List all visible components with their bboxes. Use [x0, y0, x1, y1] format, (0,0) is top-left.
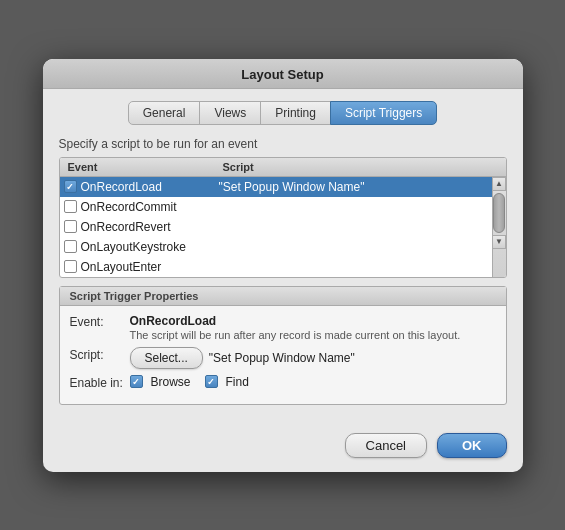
row-event-on-layout-enter: OnLayoutEnter: [60, 260, 215, 274]
dialog-footer: Cancel OK: [43, 425, 523, 472]
tab-script-triggers[interactable]: Script Triggers: [330, 101, 437, 125]
row-event-on-record-commit: OnRecordCommit: [60, 200, 215, 214]
row-script-on-record-load: "Set Popup Window Name": [215, 180, 492, 194]
events-table: Event Script OnRecordLoad "Set Popup Win…: [59, 157, 507, 278]
event-property-value: OnRecordLoad The script will be run afte…: [130, 314, 496, 341]
scrollbar-up-button[interactable]: ▲: [492, 177, 506, 191]
tab-general[interactable]: General: [128, 101, 201, 125]
tab-printing[interactable]: Printing: [260, 101, 331, 125]
checkbox-on-record-load[interactable]: [64, 180, 77, 193]
select-button[interactable]: Select...: [130, 347, 203, 369]
find-checkbox[interactable]: [205, 375, 218, 388]
table-scroll-area: OnRecordLoad "Set Popup Window Name" OnR…: [60, 177, 506, 277]
browse-enable-item: Browse: [130, 375, 191, 389]
script-name: "Set Popup Window Name": [209, 351, 355, 365]
tab-views[interactable]: Views: [199, 101, 261, 125]
script-property-value: Select... "Set Popup Window Name": [130, 347, 496, 369]
event-property-row: Event: OnRecordLoad The script will be r…: [70, 314, 496, 341]
script-row: Select... "Set Popup Window Name": [130, 347, 496, 369]
browse-checkbox[interactable]: [130, 375, 143, 388]
row-event-on-record-load: OnRecordLoad: [60, 180, 215, 194]
find-enable-item: Find: [205, 375, 249, 389]
table-row[interactable]: OnRecordCommit: [60, 197, 492, 217]
ok-button[interactable]: OK: [437, 433, 507, 458]
enable-property-label: Enable in:: [70, 375, 130, 390]
col-event-header: Event: [60, 158, 215, 176]
checkbox-on-layout-enter[interactable]: [64, 260, 77, 273]
enable-property-row: Enable in: Browse Find: [70, 375, 496, 390]
script-property-row: Script: Select... "Set Popup Window Name…: [70, 347, 496, 369]
dialog: Layout Setup General Views Printing Scri…: [43, 59, 523, 472]
row-event-on-record-revert: OnRecordRevert: [60, 220, 215, 234]
row-event-on-layout-keystroke: OnLayoutKeystroke: [60, 240, 215, 254]
table-row[interactable]: OnRecordLoad "Set Popup Window Name": [60, 177, 492, 197]
table-row[interactable]: OnLayoutKeystroke: [60, 237, 492, 257]
script-property-label: Script:: [70, 347, 130, 362]
table-row[interactable]: OnLayoutEnter: [60, 257, 492, 277]
table-rows: OnRecordLoad "Set Popup Window Name" OnR…: [60, 177, 492, 277]
event-description: The script will be run after any record …: [130, 329, 496, 341]
scrollbar-down-button[interactable]: ▼: [492, 235, 506, 249]
table-row[interactable]: OnRecordRevert: [60, 217, 492, 237]
properties-section: Script Trigger Properties Event: OnRecor…: [59, 286, 507, 405]
dialog-title: Layout Setup: [43, 59, 523, 89]
table-hint: Specify a script to be run for an event: [59, 137, 507, 151]
browse-label: Browse: [151, 375, 191, 389]
enable-row: Browse Find: [130, 375, 496, 389]
checkbox-on-record-revert[interactable]: [64, 220, 77, 233]
scrollbar-thumb[interactable]: [493, 193, 505, 233]
checkbox-on-record-commit[interactable]: [64, 200, 77, 213]
enable-property-value: Browse Find: [130, 375, 496, 389]
tab-bar: General Views Printing Script Triggers: [59, 101, 507, 125]
event-name: OnRecordLoad: [130, 314, 496, 328]
scrollbar[interactable]: ▲ ▼: [492, 177, 506, 277]
checkbox-on-layout-keystroke[interactable]: [64, 240, 77, 253]
table-header: Event Script: [60, 158, 506, 177]
cancel-button[interactable]: Cancel: [345, 433, 427, 458]
find-label: Find: [226, 375, 249, 389]
properties-title: Script Trigger Properties: [60, 287, 506, 306]
col-script-header: Script: [215, 158, 506, 176]
event-property-label: Event:: [70, 314, 130, 329]
